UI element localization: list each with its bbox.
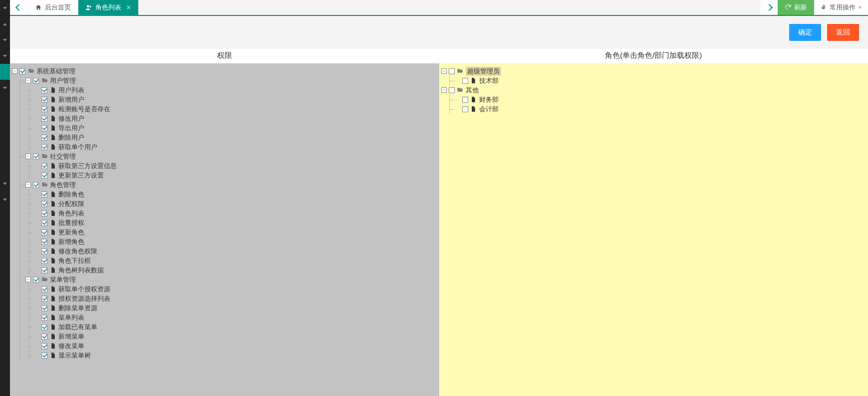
tree-checkbox[interactable] [462, 78, 468, 84]
tabs-scroll-right[interactable] [760, 0, 778, 15]
file-icon [49, 238, 56, 245]
back-button[interactable]: 返回 [827, 24, 859, 41]
tree-checkbox[interactable] [33, 277, 39, 283]
tree-checkbox[interactable] [41, 267, 47, 273]
tree-checkbox[interactable] [41, 173, 47, 179]
toggle-placeholder [34, 343, 39, 349]
tree-checkbox[interactable] [41, 163, 47, 169]
rail-item[interactable] [0, 32, 10, 48]
collapse-toggle[interactable]: − [441, 87, 447, 93]
tree-checkbox[interactable] [41, 305, 47, 311]
tree-row[interactable]: 角色列表 [29, 208, 437, 218]
caret-down-icon [3, 7, 7, 9]
tree-row[interactable]: 更新第三方设置 [29, 171, 437, 180]
tree-row[interactable]: −菜单管理 [20, 275, 437, 284]
ok-button[interactable]: 确定 [789, 24, 821, 41]
tab-home[interactable]: 后台首页 [28, 0, 78, 15]
tree-row[interactable]: 删除菜单资源 [29, 303, 437, 313]
tree-row[interactable]: −超级管理员 [441, 66, 867, 76]
tree-row[interactable]: 财务部 [450, 95, 867, 104]
collapse-toggle[interactable]: − [25, 78, 31, 83]
tree-checkbox[interactable] [449, 68, 455, 74]
tree-row[interactable]: 检测账号是否存在 [29, 104, 437, 114]
tree-row[interactable]: 删除角色 [29, 190, 437, 199]
collapse-toggle[interactable]: − [12, 68, 17, 74]
tree-checkbox[interactable] [19, 68, 25, 74]
common-ops-button[interactable]: 常用操作 [814, 0, 868, 15]
rail-item[interactable] [0, 0, 10, 16]
close-icon[interactable] [126, 4, 131, 11]
tree-checkbox[interactable] [449, 87, 455, 93]
tree-row[interactable]: −系统基础管理 [12, 66, 437, 76]
tree-checkbox[interactable] [41, 116, 47, 122]
tree-row[interactable]: 技术部 [450, 76, 867, 85]
collapse-toggle[interactable]: − [441, 68, 447, 74]
tree-checkbox[interactable] [462, 97, 468, 103]
tree-checkbox[interactable] [41, 343, 47, 349]
tree-row[interactable]: 用户列表 [29, 85, 437, 95]
tab-role-list[interactable]: 角色列表 [78, 0, 139, 15]
tabbar: 后台首页 角色列表 刷新 常用操作 [10, 0, 868, 16]
tree-row[interactable]: 角色下拉框 [29, 256, 437, 265]
tree-row[interactable]: 获取单个授权资源 [29, 284, 437, 294]
tree-row[interactable]: 会计部 [450, 104, 867, 114]
tree-checkbox[interactable] [33, 182, 39, 188]
tree-row[interactable]: 新增菜单 [29, 332, 437, 341]
tree-checkbox[interactable] [33, 78, 39, 84]
tree-checkbox[interactable] [41, 192, 47, 198]
tree-checkbox[interactable] [41, 248, 47, 254]
tree-checkbox[interactable] [41, 315, 47, 321]
tree-row[interactable]: 修改用户 [29, 114, 437, 123]
tree-checkbox[interactable] [41, 286, 47, 292]
tree-checkbox[interactable] [41, 87, 47, 93]
tree-row[interactable]: −用户管理 [20, 76, 437, 85]
refresh-button[interactable]: 刷新 [778, 0, 814, 15]
rail-item[interactable] [0, 80, 10, 96]
tree-row[interactable]: 修改菜单 [29, 341, 437, 351]
tree-checkbox[interactable] [41, 239, 47, 245]
tree-row[interactable]: 新增角色 [29, 237, 437, 246]
collapse-toggle[interactable]: − [25, 277, 31, 282]
tree-row[interactable]: 导出用户 [29, 123, 437, 133]
tree-checkbox[interactable] [41, 258, 47, 264]
tree-checkbox[interactable] [41, 97, 47, 103]
rail-item[interactable] [0, 16, 10, 32]
tree-checkbox[interactable] [41, 201, 47, 207]
tree-row[interactable]: 角色树列表数据 [29, 265, 437, 275]
tree-checkbox[interactable] [462, 106, 468, 112]
tree-row[interactable]: 获取单个用户 [29, 142, 437, 152]
tree-row[interactable]: 新增用户 [29, 95, 437, 104]
collapse-toggle[interactable]: − [25, 154, 31, 159]
tree-checkbox[interactable] [41, 220, 47, 226]
tree-row[interactable]: 更新角色 [29, 227, 437, 237]
tree-checkbox[interactable] [41, 144, 47, 150]
tree-checkbox[interactable] [33, 154, 39, 160]
tree-row[interactable]: 菜单列表 [29, 313, 437, 322]
tabs-scroll-left[interactable] [10, 0, 28, 15]
tree-checkbox[interactable] [41, 324, 47, 330]
tree-row[interactable]: −其他 [441, 85, 867, 95]
tree-checkbox[interactable] [41, 135, 47, 141]
tree-checkbox[interactable] [41, 296, 47, 302]
rail-item[interactable] [0, 48, 10, 64]
tree-checkbox[interactable] [41, 106, 47, 112]
tree-checkbox[interactable] [41, 125, 47, 131]
tree-row[interactable]: 加载已有菜单 [29, 322, 437, 332]
rail-item[interactable] [0, 176, 10, 192]
tree-row[interactable]: 删除用户 [29, 133, 437, 142]
tree-row[interactable]: 批量授权 [29, 218, 437, 227]
rail-item[interactable] [0, 192, 10, 207]
tree-row[interactable]: 显示菜单树 [29, 351, 437, 360]
tree-row[interactable]: 获取第三方设置信息 [29, 161, 437, 171]
tree-checkbox[interactable] [41, 229, 47, 235]
tree-checkbox[interactable] [41, 210, 47, 216]
tree-row[interactable]: 分配权限 [29, 199, 437, 208]
tree-row[interactable]: −角色管理 [20, 180, 437, 190]
rail-item-active[interactable] [0, 64, 10, 80]
tree-checkbox[interactable] [41, 334, 47, 340]
tree-checkbox[interactable] [41, 353, 47, 359]
tree-row[interactable]: 修改角色权限 [29, 246, 437, 256]
tree-row[interactable]: −社交管理 [20, 152, 437, 161]
tree-row[interactable]: 授权资源选择列表 [29, 294, 437, 303]
collapse-toggle[interactable]: − [25, 182, 31, 188]
